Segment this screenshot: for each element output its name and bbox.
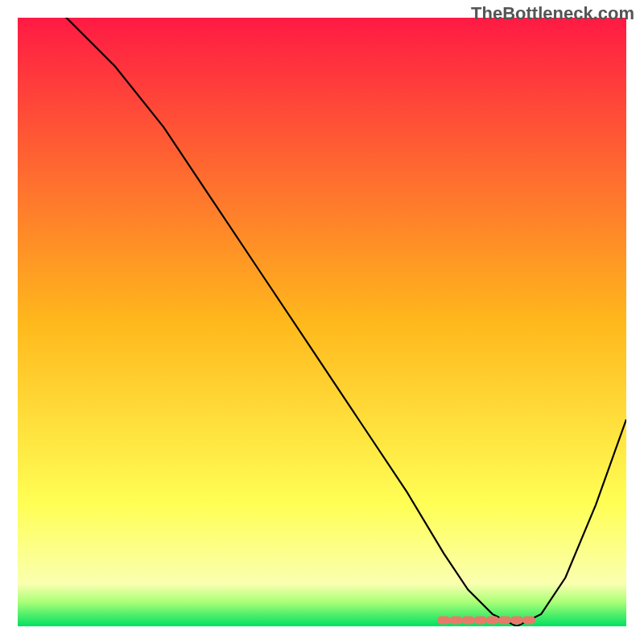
marker-dot bbox=[510, 616, 523, 624]
marker-dot bbox=[522, 616, 535, 624]
watermark-text: TheBottleneck.com bbox=[471, 3, 634, 24]
marker-dot bbox=[437, 616, 450, 624]
marker-dot bbox=[461, 616, 474, 624]
gradient-background bbox=[18, 18, 626, 626]
marker-dot bbox=[449, 616, 462, 624]
marker-dot bbox=[498, 616, 511, 624]
chart-svg bbox=[18, 18, 626, 626]
marker-dot bbox=[474, 616, 487, 624]
chart-plot-area bbox=[18, 18, 626, 626]
marker-dot bbox=[486, 616, 499, 624]
